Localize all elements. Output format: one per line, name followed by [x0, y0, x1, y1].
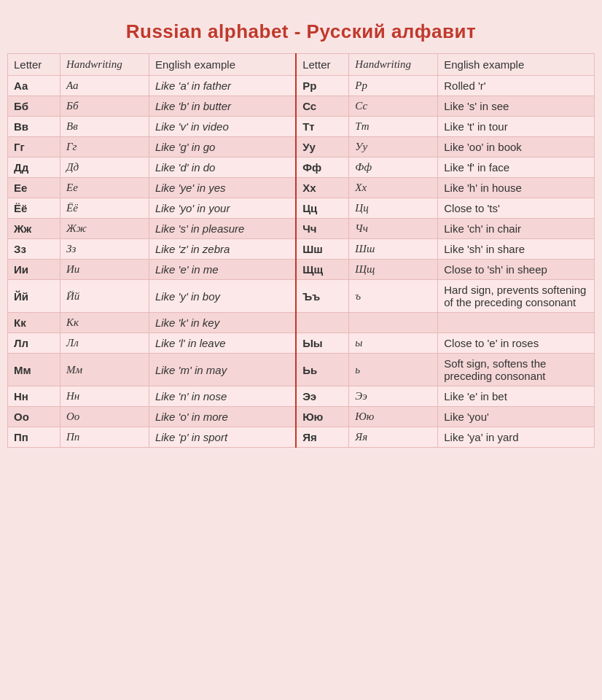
page-title: Russian alphabet - Русский алфавит	[7, 7, 595, 53]
left-example-cell: Like 's' in pleasure	[149, 219, 296, 239]
left-letter-cell: Гг	[8, 137, 60, 158]
header-letter-right: Letter	[296, 54, 349, 76]
left-letter-cell: Зз	[8, 239, 60, 260]
right-letter-cell: Щщ	[296, 260, 349, 280]
right-letter-cell: Хх	[296, 178, 349, 198]
left-example-cell: Like 'o' in more	[149, 407, 296, 427]
right-example-cell: Like 'sh' in share	[438, 239, 595, 260]
right-example-cell: Like 'ya' in yard	[438, 427, 595, 448]
right-letter-cell: Юю	[296, 407, 349, 427]
right-example-cell: Like 's' in see	[438, 96, 595, 117]
right-example-cell: Like 'e' in bet	[438, 386, 595, 407]
right-example-cell: Like 'you'	[438, 407, 595, 427]
left-letter-cell: Дд	[8, 158, 60, 178]
right-handwriting-cell: Щщ	[349, 260, 438, 280]
left-handwriting-cell: Оо	[60, 407, 149, 427]
left-example-cell: Like 'yo' in your	[149, 198, 296, 219]
right-example-cell	[438, 313, 595, 333]
left-handwriting-cell: Кк	[60, 313, 149, 333]
left-handwriting-cell: Аа	[60, 76, 149, 96]
left-letter-cell: Бб	[8, 96, 60, 117]
right-example-cell: Like 'f' in face	[438, 158, 595, 178]
left-handwriting-cell: Мм	[60, 354, 149, 386]
right-letter-cell: Тт	[296, 117, 349, 137]
left-handwriting-cell: Ёё	[60, 198, 149, 219]
left-letter-cell: Ёё	[8, 198, 60, 219]
left-letter-cell: Йй	[8, 280, 60, 313]
left-handwriting-cell: Бб	[60, 96, 149, 117]
right-handwriting-cell: Сс	[349, 96, 438, 117]
page: Russian alphabet - Русский алфавит Lette…	[0, 0, 602, 462]
left-letter-cell: Аа	[8, 76, 60, 96]
left-handwriting-cell: Гг	[60, 137, 149, 158]
left-handwriting-cell: Пп	[60, 427, 149, 448]
left-example-cell: Like 'ye' in yes	[149, 178, 296, 198]
left-letter-cell: Лл	[8, 333, 60, 354]
right-letter-cell: Рр	[296, 76, 349, 96]
right-letter-cell: Фф	[296, 158, 349, 178]
right-handwriting-cell: Цц	[349, 198, 438, 219]
right-handwriting-cell	[349, 313, 438, 333]
left-letter-cell: Оо	[8, 407, 60, 427]
right-handwriting-cell: Рр	[349, 76, 438, 96]
left-handwriting-cell: Нн	[60, 386, 149, 407]
right-handwriting-cell: ъ	[349, 280, 438, 313]
left-letter-cell: Пп	[8, 427, 60, 448]
left-example-cell: Like 'p' in sport	[149, 427, 296, 448]
left-handwriting-cell: Зз	[60, 239, 149, 260]
right-example-cell: Like 'oo' in book	[438, 137, 595, 158]
left-handwriting-cell: Ии	[60, 260, 149, 280]
left-example-cell: Like 'l' in leave	[149, 333, 296, 354]
right-letter-cell: Чч	[296, 219, 349, 239]
left-example-cell: Like 'm' in may	[149, 354, 296, 386]
left-example-cell: Like 'd' in do	[149, 158, 296, 178]
right-handwriting-cell: ы	[349, 333, 438, 354]
header-handwriting-left: Handwriting	[60, 54, 149, 76]
left-example-cell: Like 'k' in key	[149, 313, 296, 333]
left-handwriting-cell: Жж	[60, 219, 149, 239]
right-handwriting-cell: Яя	[349, 427, 438, 448]
header-example-left: English example	[149, 54, 296, 76]
right-example-cell: Close to 'ts'	[438, 198, 595, 219]
right-handwriting-cell: Тт	[349, 117, 438, 137]
right-letter-cell: Ыы	[296, 333, 349, 354]
right-letter-cell: Шш	[296, 239, 349, 260]
left-example-cell: Like 'n' in nose	[149, 386, 296, 407]
left-letter-cell: Кк	[8, 313, 60, 333]
right-handwriting-cell: ь	[349, 354, 438, 386]
left-letter-cell: Ее	[8, 178, 60, 198]
right-example-cell: Rolled 'r'	[438, 76, 595, 96]
right-handwriting-cell: Шш	[349, 239, 438, 260]
left-letter-cell: Нн	[8, 386, 60, 407]
right-example-cell: Like 't' in tour	[438, 117, 595, 137]
left-example-cell: Like 'g' in go	[149, 137, 296, 158]
right-handwriting-cell: Чч	[349, 219, 438, 239]
right-letter-cell: Цц	[296, 198, 349, 219]
left-example-cell: Like 'e' in me	[149, 260, 296, 280]
left-letter-cell: Ии	[8, 260, 60, 280]
right-letter-cell: Сс	[296, 96, 349, 117]
header-handwriting-right: Handwriting	[349, 54, 438, 76]
left-example-cell: Like 'y' in boy	[149, 280, 296, 313]
left-handwriting-cell: Йй	[60, 280, 149, 313]
left-letter-cell: Мм	[8, 354, 60, 386]
right-example-cell: Close to 'e' in roses	[438, 333, 595, 354]
left-example-cell: Like 'z' in zebra	[149, 239, 296, 260]
left-handwriting-cell: Лл	[60, 333, 149, 354]
right-example-cell: Like 'h' in house	[438, 178, 595, 198]
left-example-cell: Like 'b' in butter	[149, 96, 296, 117]
right-handwriting-cell: Ээ	[349, 386, 438, 407]
right-letter-cell: Яя	[296, 427, 349, 448]
left-letter-cell: Жж	[8, 219, 60, 239]
right-handwriting-cell: Фф	[349, 158, 438, 178]
left-example-cell: Like 'a' in father	[149, 76, 296, 96]
right-example-cell: Soft sign, softens the preceding consona…	[438, 354, 595, 386]
alphabet-table: Letter Handwriting English example Lette…	[7, 53, 595, 448]
right-letter-cell: Ьь	[296, 354, 349, 386]
right-handwriting-cell: Уу	[349, 137, 438, 158]
left-handwriting-cell: Вв	[60, 117, 149, 137]
right-letter-cell: Ъъ	[296, 280, 349, 313]
header-letter-left: Letter	[8, 54, 60, 76]
right-handwriting-cell: Хх	[349, 178, 438, 198]
right-example-cell: Close to 'sh' in sheep	[438, 260, 595, 280]
